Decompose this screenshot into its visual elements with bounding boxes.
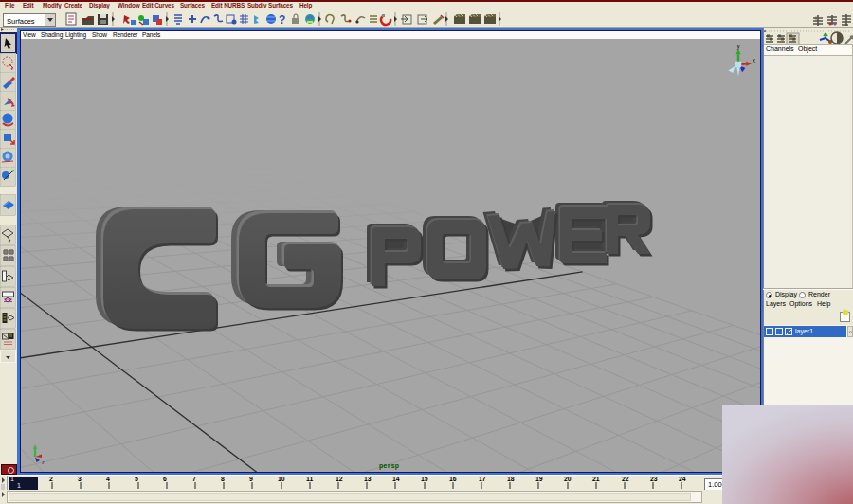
svg-text:persp: persp bbox=[379, 462, 399, 470]
svg-text:?: ? bbox=[279, 13, 285, 27]
svg-text:z: z bbox=[42, 459, 45, 465]
